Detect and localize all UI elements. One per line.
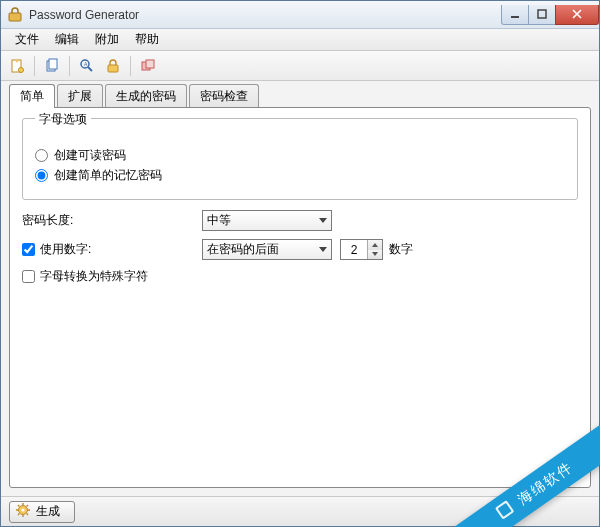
radio-memorable-label: 创建简单的记忆密码 <box>54 167 162 184</box>
length-select[interactable]: 中等 <box>202 210 332 231</box>
toolbar-separator <box>130 56 131 76</box>
letter-options-group: 字母选项 创建可读密码 创建简单的记忆密码 <box>22 118 578 200</box>
tab-check[interactable]: 密码检查 <box>189 84 259 108</box>
svg-rect-11 <box>146 60 154 68</box>
lock-icon[interactable] <box>101 54 125 78</box>
svg-rect-0 <box>9 13 21 21</box>
tab-simple[interactable]: 简单 <box>9 84 55 108</box>
window-title: Password Generator <box>29 8 502 22</box>
length-value: 中等 <box>207 212 231 229</box>
duplicate-icon[interactable] <box>136 54 160 78</box>
use-digits-label: 使用数字: <box>40 241 91 258</box>
row-letters-special: 字母转换为特殊字符 <box>22 268 578 285</box>
digits-position-value: 在密码的后面 <box>207 241 279 258</box>
svg-rect-9 <box>108 65 118 72</box>
titlebar: Password Generator <box>1 1 599 29</box>
tab-generated[interactable]: 生成的密码 <box>105 84 187 108</box>
tab-bar: 简单 扩展 生成的密码 密码检查 <box>9 85 591 107</box>
menu-file[interactable]: 文件 <box>7 29 47 50</box>
row-password-length: 密码长度: 中等 <box>22 210 578 231</box>
toolbar-separator <box>34 56 35 76</box>
letters-special-checkbox[interactable] <box>22 270 35 283</box>
use-digits-checkbox[interactable] <box>22 243 35 256</box>
menu-extra[interactable]: 附加 <box>87 29 127 50</box>
generate-button-label: 生成 <box>36 503 60 520</box>
radio-memorable[interactable] <box>35 169 48 182</box>
new-doc-icon[interactable] <box>5 54 29 78</box>
svg-rect-2 <box>538 10 546 18</box>
svg-rect-1 <box>511 16 519 18</box>
tab-panel-simple: 字母选项 创建可读密码 创建简单的记忆密码 密码长度: 中等 <box>9 107 591 488</box>
letters-special-label: 字母转换为特殊字符 <box>40 268 148 285</box>
copy-icon[interactable] <box>40 54 64 78</box>
banner-icon <box>492 497 519 525</box>
application-window: Password Generator 文件 编辑 附加 帮助 A <box>0 0 600 527</box>
maximize-button[interactable] <box>528 5 556 25</box>
svg-point-13 <box>21 508 24 511</box>
toolbar-separator <box>69 56 70 76</box>
content-area: 简单 扩展 生成的密码 密码检查 字母选项 创建可读密码 创建简单的记忆密码 密… <box>1 81 599 496</box>
spin-down-button[interactable] <box>368 250 382 260</box>
generate-button[interactable]: 生成 <box>9 501 75 523</box>
minimize-button[interactable] <box>501 5 529 25</box>
svg-rect-6 <box>49 59 57 69</box>
close-button[interactable] <box>555 5 599 25</box>
row-use-digits: 使用数字: 在密码的后面 数字 <box>22 239 578 260</box>
gear-icon <box>16 503 30 520</box>
tab-extended[interactable]: 扩展 <box>57 84 103 108</box>
digits-suffix: 数字 <box>389 241 413 258</box>
digits-position-select[interactable]: 在密码的后面 <box>202 239 332 260</box>
app-icon <box>7 7 23 23</box>
search-icon[interactable]: A <box>75 54 99 78</box>
radio-readable-label: 创建可读密码 <box>54 147 126 164</box>
spin-up-button[interactable] <box>368 240 382 250</box>
length-label: 密码长度: <box>22 212 73 229</box>
menubar: 文件 编辑 附加 帮助 <box>1 29 599 51</box>
menu-help[interactable]: 帮助 <box>127 29 167 50</box>
digits-count-input[interactable] <box>341 240 367 259</box>
window-controls <box>502 5 599 25</box>
letter-options-legend: 字母选项 <box>35 111 91 128</box>
svg-text:A: A <box>84 61 88 67</box>
svg-point-4 <box>19 67 24 72</box>
digits-count-spinner[interactable] <box>340 239 383 260</box>
radio-readable[interactable] <box>35 149 48 162</box>
menu-edit[interactable]: 编辑 <box>47 29 87 50</box>
toolbar: A <box>1 51 599 81</box>
